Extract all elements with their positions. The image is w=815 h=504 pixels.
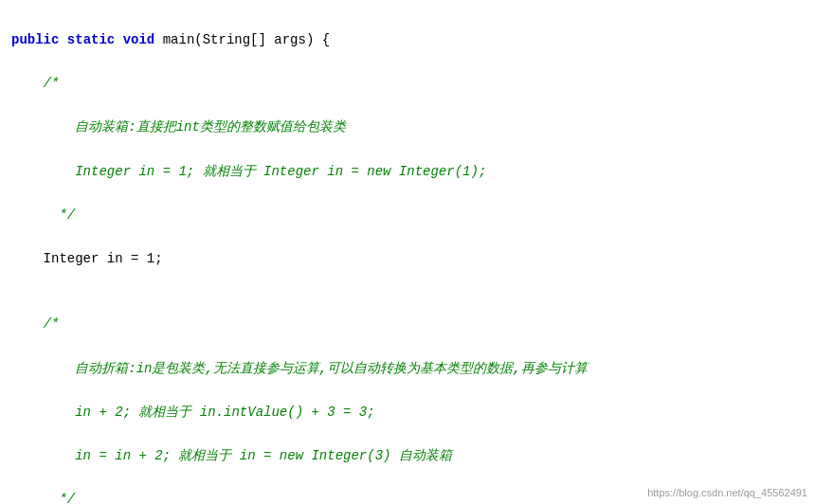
comment-autobox-desc: 自动装箱:直接把int类型的整数赋值给包装类 [11, 119, 346, 135]
code-editor: public static void main(String[] args) {… [11, 8, 804, 504]
keyword-public: public [11, 32, 59, 47]
code-line-3: 自动装箱:直接把int类型的整数赋值给包装类 [11, 117, 804, 138]
code-line-8: /* [11, 314, 804, 335]
code-line-11: in = in + 2; 就相当于 in = new Integer(3) 自动… [11, 445, 804, 467]
keyword-static: static [67, 32, 115, 47]
code-line-6: Integer in = 1; [11, 248, 804, 270]
comment-unbox-ex2: in = in + 2; 就相当于 in = new Integer(3) 自动… [11, 448, 452, 463]
code-integer-in: Integer in = 1; [11, 251, 163, 266]
comment-block-close: */ [11, 207, 75, 223]
comment-unbox-open: /* [11, 316, 59, 332]
code-line-4: Integer in = 1; 就相当于 Integer in = new In… [11, 161, 804, 183]
watermark-text: https://blog.csdn.net/qq_45562491 [647, 487, 807, 498]
comment-unbox-close: */ [11, 492, 75, 504]
code-line-10: in + 2; 就相当于 in.intValue() + 3 = 3; [11, 402, 804, 423]
keyword-void: void [123, 32, 155, 47]
comment-unbox-ex1: in + 2; 就相当于 in.intValue() + 3 = 3; [11, 405, 375, 420]
comment-block-open: /* [11, 76, 59, 91]
code-line-9: 自动折箱:in是包装类,无法直接参与运算,可以自动转换为基本类型的数据,再参与计… [11, 358, 804, 380]
code-line-1: public static void main(String[] args) { [11, 29, 804, 51]
comment-autobox-example: Integer in = 1; 就相当于 Integer in = new In… [11, 164, 486, 179]
code-line-5: */ [11, 205, 804, 226]
comment-unbox-desc: 自动折箱:in是包装类,无法直接参与运算,可以自动转换为基本类型的数据,再参与计… [11, 361, 588, 376]
code-line-2: /* [11, 73, 804, 95]
method-name: main [163, 32, 195, 47]
